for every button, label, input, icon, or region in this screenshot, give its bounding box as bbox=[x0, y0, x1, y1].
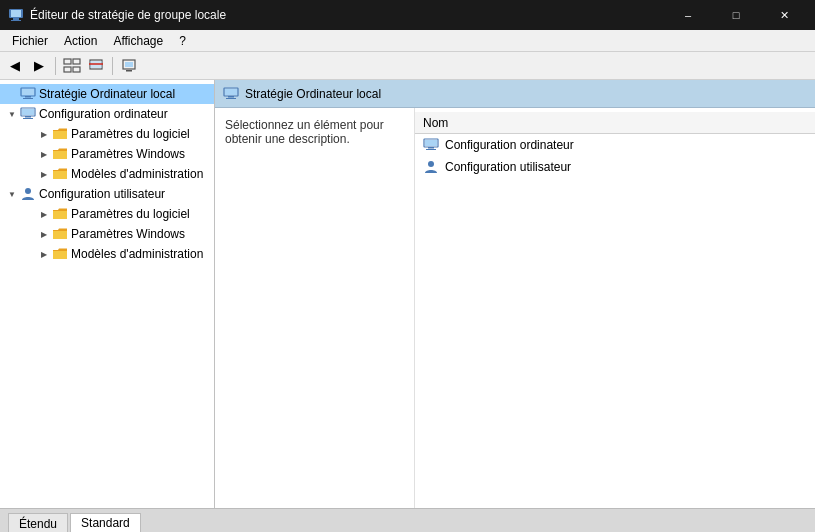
svg-rect-30 bbox=[426, 149, 436, 150]
svg-rect-15 bbox=[22, 89, 34, 95]
list-item-config-ordinateur[interactable]: Configuration ordinateur bbox=[415, 134, 815, 156]
root-expander bbox=[4, 86, 20, 102]
svg-rect-4 bbox=[64, 59, 71, 64]
list-item-label-1: Configuration ordinateur bbox=[445, 138, 574, 152]
svg-rect-20 bbox=[25, 116, 31, 118]
tab-standard-label: Standard bbox=[81, 516, 130, 530]
svg-rect-2 bbox=[13, 18, 19, 20]
modeles-admin-2-expander: ▶ bbox=[36, 246, 52, 262]
svg-rect-28 bbox=[425, 140, 437, 146]
tree-modeles-admin-2[interactable]: ▶ Modèles d'administration bbox=[0, 244, 214, 264]
params-windows-1-label: Paramètres Windows bbox=[71, 147, 185, 161]
svg-rect-17 bbox=[23, 98, 33, 99]
svg-rect-12 bbox=[125, 62, 133, 67]
params-windows-2-label: Paramètres Windows bbox=[71, 227, 185, 241]
right-header-icon bbox=[223, 86, 239, 102]
tree-params-windows-1[interactable]: ▶ Paramètres Windows bbox=[0, 144, 214, 164]
close-button[interactable]: ✕ bbox=[761, 0, 807, 30]
list-pane: Nom Configuration ordinateur bbox=[415, 108, 815, 508]
right-panel: Stratégie Ordinateur local Sélectionnez … bbox=[215, 80, 815, 508]
folder-icon-6 bbox=[52, 246, 68, 262]
right-panel-header: Stratégie Ordinateur local bbox=[215, 80, 815, 108]
window-title: Éditeur de stratégie de groupe locale bbox=[30, 8, 665, 22]
toolbar: ◀ ▶ bbox=[0, 52, 815, 80]
tree-params-logiciel-2[interactable]: ▶ Paramètres du logiciel bbox=[0, 204, 214, 224]
svg-rect-7 bbox=[73, 67, 80, 72]
root-computer-icon bbox=[20, 86, 36, 102]
params-windows-2-expander: ▶ bbox=[36, 226, 52, 242]
config-ord-icon bbox=[20, 106, 36, 122]
tree-config-utilisateur[interactable]: ▼ Configuration utilisateur bbox=[0, 184, 214, 204]
svg-rect-24 bbox=[225, 89, 237, 95]
back-button[interactable]: ◀ bbox=[4, 55, 26, 77]
folder-icon-5 bbox=[52, 226, 68, 242]
tab-bar: Étendu Standard bbox=[0, 508, 815, 532]
svg-rect-3 bbox=[11, 20, 21, 21]
modeles-admin-2-label: Modèles d'administration bbox=[71, 247, 203, 261]
title-bar: Éditeur de stratégie de groupe locale – … bbox=[0, 0, 815, 30]
app-icon bbox=[8, 7, 24, 23]
menu-fichier[interactable]: Fichier bbox=[4, 32, 56, 50]
params-logiciel-1-expander: ▶ bbox=[36, 126, 52, 142]
tree-params-logiciel-1[interactable]: ▶ Paramètres du logiciel bbox=[0, 124, 214, 144]
config-util-expander: ▼ bbox=[4, 186, 20, 202]
description-pane: Sélectionnez un élément pour obtenir une… bbox=[215, 108, 415, 508]
params-logiciel-1-label: Paramètres du logiciel bbox=[71, 127, 190, 141]
list-item-label-2: Configuration utilisateur bbox=[445, 160, 571, 174]
tree-params-windows-2[interactable]: ▶ Paramètres Windows bbox=[0, 224, 214, 244]
tree-root-label: Stratégie Ordinateur local bbox=[39, 87, 175, 101]
config-utilisateur-label: Configuration utilisateur bbox=[39, 187, 165, 201]
menu-affichage[interactable]: Affichage bbox=[105, 32, 171, 50]
tab-standard[interactable]: Standard bbox=[70, 513, 141, 532]
list-item-user-icon bbox=[423, 159, 439, 175]
maximize-button[interactable]: □ bbox=[713, 0, 759, 30]
svg-rect-26 bbox=[226, 98, 236, 99]
toolbar-btn-3[interactable] bbox=[118, 55, 140, 77]
svg-rect-1 bbox=[11, 10, 21, 17]
config-util-icon bbox=[20, 186, 36, 202]
folder-icon-3 bbox=[52, 166, 68, 182]
list-column-nom: Nom bbox=[423, 116, 448, 130]
params-logiciel-2-expander: ▶ bbox=[36, 206, 52, 222]
svg-rect-29 bbox=[428, 147, 434, 149]
list-header: Nom bbox=[415, 112, 815, 134]
svg-rect-25 bbox=[228, 96, 234, 98]
tab-etendu-label: Étendu bbox=[19, 517, 57, 531]
params-windows-1-expander: ▶ bbox=[36, 146, 52, 162]
folder-icon-2 bbox=[52, 146, 68, 162]
config-ordinateur-label: Configuration ordinateur bbox=[39, 107, 168, 121]
description-text: Sélectionnez un élément pour obtenir une… bbox=[225, 118, 384, 146]
svg-rect-5 bbox=[73, 59, 80, 64]
svg-rect-19 bbox=[22, 109, 34, 115]
modeles-admin-1-expander: ▶ bbox=[36, 166, 52, 182]
svg-rect-6 bbox=[64, 67, 71, 72]
menu-aide[interactable]: ? bbox=[171, 32, 194, 50]
modeles-admin-1-label: Modèles d'administration bbox=[71, 167, 203, 181]
toolbar-btn-1[interactable] bbox=[61, 55, 83, 77]
svg-rect-21 bbox=[23, 118, 33, 119]
tab-etendu[interactable]: Étendu bbox=[8, 513, 68, 532]
menu-action[interactable]: Action bbox=[56, 32, 105, 50]
right-header-title: Stratégie Ordinateur local bbox=[245, 87, 381, 101]
main-container: Stratégie Ordinateur local ▼ Configurati… bbox=[0, 80, 815, 532]
toolbar-separator-1 bbox=[55, 57, 56, 75]
minimize-button[interactable]: – bbox=[665, 0, 711, 30]
list-item-computer-icon-1 bbox=[423, 137, 439, 153]
tree-modeles-admin-1[interactable]: ▶ Modèles d'administration bbox=[0, 164, 214, 184]
svg-rect-13 bbox=[126, 70, 132, 72]
params-logiciel-2-label: Paramètres du logiciel bbox=[71, 207, 190, 221]
config-ord-expander: ▼ bbox=[4, 106, 20, 122]
toolbar-btn-2[interactable] bbox=[85, 55, 107, 77]
window-controls: – □ ✕ bbox=[665, 0, 807, 30]
list-item-config-utilisateur[interactable]: Configuration utilisateur bbox=[415, 156, 815, 178]
tree-root[interactable]: Stratégie Ordinateur local bbox=[0, 84, 214, 104]
folder-icon-1 bbox=[52, 126, 68, 142]
tree-config-ordinateur[interactable]: ▼ Configuration ordinateur bbox=[0, 104, 214, 124]
svg-point-22 bbox=[25, 188, 31, 194]
toolbar-separator-2 bbox=[112, 57, 113, 75]
forward-button[interactable]: ▶ bbox=[28, 55, 50, 77]
svg-rect-16 bbox=[25, 96, 31, 98]
svg-point-31 bbox=[428, 161, 434, 167]
content-area: Stratégie Ordinateur local ▼ Configurati… bbox=[0, 80, 815, 508]
folder-icon-4 bbox=[52, 206, 68, 222]
